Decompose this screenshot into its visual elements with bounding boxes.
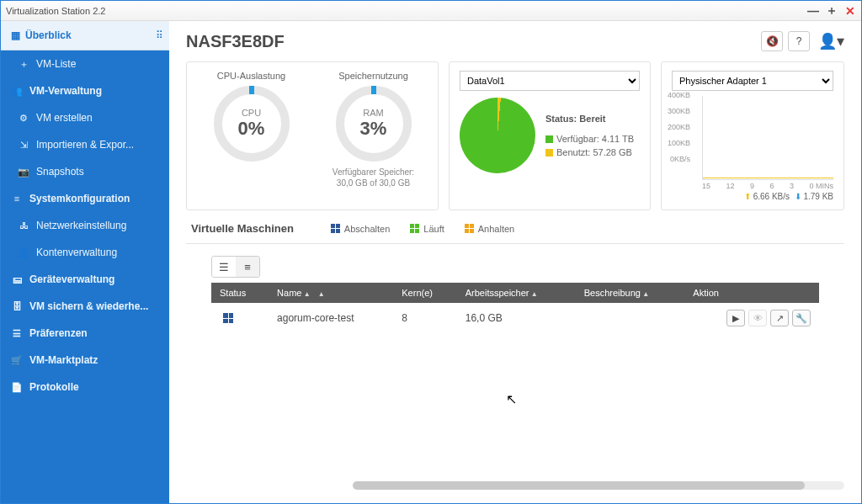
col-memory[interactable]: Arbeitsspeicher: [457, 283, 576, 303]
sidebar-item-1[interactable]: 👥VM-Verwaltung: [1, 77, 169, 104]
user-icon: 👤: [18, 247, 29, 258]
sidebar-item-3[interactable]: ⇲Importieren & Expor...: [1, 131, 169, 158]
cpu-gauge-label: CPU: [242, 108, 261, 118]
list-icon: ▦: [11, 29, 20, 41]
horizontal-scrollbar[interactable]: [353, 481, 844, 490]
settings-button[interactable]: 🔧: [792, 310, 811, 326]
maximize-button[interactable]: ＋: [826, 5, 838, 17]
sidebar-item-4[interactable]: 📷Snapshots: [1, 158, 169, 185]
close-button[interactable]: ✕: [844, 5, 856, 17]
market-icon: 🛒: [11, 354, 23, 366]
titlebar: Virtualization Station 2.2 — ＋ ✕: [1, 1, 861, 21]
device-icon: 🖴: [11, 273, 23, 285]
sidebar-item-7[interactable]: 👤Kontenverwaltung: [1, 239, 169, 266]
storage-available: Verfügbar: 4.11 TB: [556, 134, 634, 144]
cpu-gauge: CPU 0%: [214, 86, 290, 162]
vm-name: agorum-core-test: [269, 303, 393, 333]
network-icon: 🖧: [18, 220, 29, 231]
gauges-panel: CPU-Auslastung CPU 0% Speichernutzung RA…: [186, 61, 439, 210]
sidebar-item-11[interactable]: 🛒VM-Marktplatz: [1, 347, 169, 374]
sidebar-item-6[interactable]: 🖧Netzwerkeinstellung: [1, 212, 169, 239]
ram-gauge-value: 3%: [360, 118, 387, 140]
vm-cores: 8: [393, 303, 456, 333]
col-status[interactable]: Status: [211, 283, 269, 303]
sliders-icon: ≡: [11, 193, 23, 204]
col-cores[interactable]: Kern(e): [393, 283, 456, 303]
volume-select[interactable]: DataVol1: [460, 71, 640, 91]
col-name[interactable]: Name: [269, 283, 393, 303]
backup-icon: 🗄: [11, 300, 23, 312]
collapse-sidebar-button[interactable]: ⠿: [149, 21, 169, 50]
sidebar-item-5[interactable]: ≡Systemkonfiguration: [1, 185, 169, 212]
storage-pie-chart: [460, 98, 535, 173]
storage-used: Benutzt: 57.28 GB: [556, 147, 632, 157]
plus-icon: ＋: [18, 58, 29, 70]
square-icon: [410, 224, 419, 233]
square-icon: [545, 149, 553, 157]
view-grid-button[interactable]: ☰: [212, 257, 236, 277]
help-button[interactable]: ?: [788, 31, 810, 51]
sidebar-item-8[interactable]: 🖴Geräteverwaltung: [1, 266, 169, 293]
log-icon: 📄: [11, 381, 23, 393]
sidebar-item-9[interactable]: 🗄VM sichern & wiederhe...: [1, 293, 169, 320]
pref-icon: ☰: [11, 327, 23, 339]
sidebar-item-2[interactable]: ⚙VM erstellen: [1, 104, 169, 131]
share-button[interactable]: ↗: [770, 310, 789, 326]
arrow-down-icon: ⬇: [795, 192, 801, 201]
legend-paused: Anhalten: [478, 224, 514, 234]
network-xticks: 15129630 MINs: [702, 182, 833, 190]
vm-legend-bar: Virtuelle Maschinen Abschalten Läuft Anh…: [186, 222, 844, 244]
col-action[interactable]: Aktion: [684, 283, 819, 303]
sidebar-item-label: VM sichern & wiederhe...: [29, 300, 148, 312]
sound-button[interactable]: 🔇: [761, 31, 783, 51]
storage-panel: DataVol1 Status: Bereit Verfügbar: 4.11 …: [449, 61, 651, 210]
ram-gauge-title: Speichernutzung: [319, 71, 428, 81]
user-menu-button[interactable]: 👤▾: [818, 32, 844, 50]
col-desc[interactable]: Beschreibung: [576, 283, 685, 303]
square-icon: [545, 135, 553, 143]
vm-desc: [576, 303, 685, 333]
view-toggle: ☰ ≡: [211, 256, 260, 278]
sidebar-item-label: Importieren & Expor...: [36, 139, 134, 151]
sidebar-item-label: Präferenzen: [29, 327, 88, 339]
network-yticks: 400KB 300KB 200KB 100KB 0KB/s: [662, 88, 690, 167]
gear-icon: ⚙: [18, 112, 29, 124]
adapter-select[interactable]: Physischer Adapter 1: [672, 71, 833, 91]
ram-gauge-label: RAM: [363, 108, 383, 118]
minimize-button[interactable]: —: [807, 5, 819, 17]
arrow-up-icon: ⬆: [744, 192, 751, 201]
square-icon: [331, 224, 340, 233]
vm-section-title: Virtuelle Maschinen: [191, 222, 294, 235]
sidebar-item-10[interactable]: ☰Präferenzen: [1, 320, 169, 347]
sidebar: ▦ Überblick ⠿ ＋VM-Liste👥VM-Verwaltung⚙VM…: [1, 21, 169, 503]
overview-label: Überblick: [25, 29, 72, 41]
window-title: Virtualization Station 2.2: [6, 6, 807, 16]
sidebar-item-label: VM-Marktplatz: [29, 354, 98, 366]
sidebar-item-label: VM erstellen: [36, 112, 93, 124]
view-list-button[interactable]: ≡: [236, 257, 259, 277]
cursor-icon: ↖: [506, 391, 517, 407]
sidebar-item-label: Kontenverwaltung: [36, 247, 117, 258]
sidebar-item-label: VM-Verwaltung: [29, 85, 102, 97]
camera-icon: 📷: [18, 166, 29, 178]
play-button[interactable]: ▶: [726, 310, 745, 326]
cpu-gauge-value: 0%: [238, 118, 265, 140]
overview-button[interactable]: ▦ Überblick: [1, 21, 149, 50]
sidebar-item-label: Protokolle: [29, 381, 79, 393]
view-button: 👁: [748, 310, 767, 326]
import-icon: ⇲: [18, 139, 29, 151]
page-title: NASF3E8DF: [186, 32, 761, 51]
network-panel: Physischer Adapter 1 400KB 300KB 200KB 1…: [661, 61, 844, 210]
network-down: 1.79 KB: [803, 192, 833, 201]
sidebar-item-label: Snapshots: [36, 166, 84, 178]
ram-sub2: 30,0 GB of 30,0 GB: [319, 178, 428, 188]
ram-gauge: RAM 3%: [336, 86, 412, 162]
square-icon: [465, 224, 474, 233]
sidebar-item-0[interactable]: ＋VM-Liste: [1, 50, 169, 77]
table-row[interactable]: agorum-core-test 8 16,0 GB ▶ 👁 ↗ 🔧: [211, 303, 819, 333]
vm-table: Status Name Kern(e) Arbeitsspeicher Besc…: [211, 283, 819, 333]
storage-status: Status: Bereit: [545, 114, 634, 124]
sidebar-item-label: Systemkonfiguration: [29, 193, 130, 204]
sidebar-item-label: VM-Liste: [36, 58, 76, 70]
sidebar-item-12[interactable]: 📄Protokolle: [1, 374, 169, 401]
